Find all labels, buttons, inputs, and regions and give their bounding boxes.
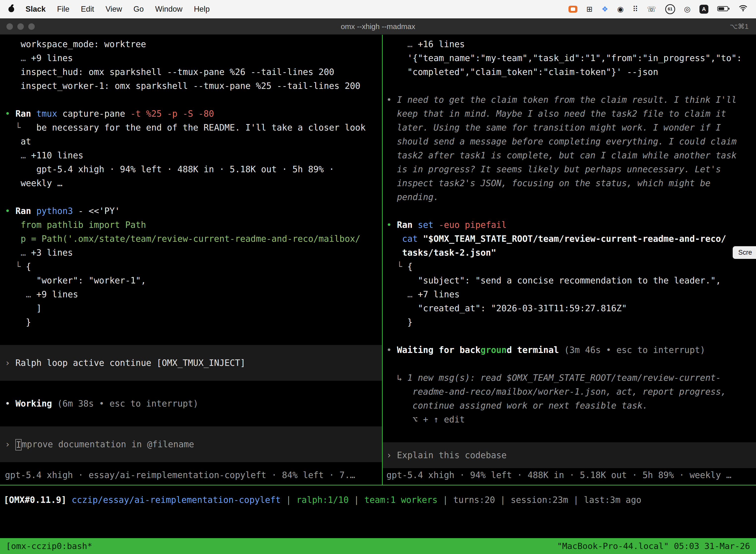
menu-go[interactable]: Go xyxy=(133,5,144,14)
tmux-pane-divider-vertical[interactable] xyxy=(382,35,383,485)
terminal-row xyxy=(5,93,382,107)
right-terminal-pane[interactable]: … +16 lines '{"team_name":"my-team","tas… xyxy=(383,35,756,484)
terminal-window: workspace_mode: worktree … +9 lines insp… xyxy=(0,35,756,554)
terminal-row: inspect task2's JSON, focusing on the st… xyxy=(386,176,756,190)
terminal-row: "created_at": "2026-03-31T11:59:27.816Z" xyxy=(386,301,756,315)
terminal-row xyxy=(5,190,382,204)
battery-icon[interactable] xyxy=(717,5,730,14)
omx-session-hud: [OMX#0.11.9] cczip/essay/ai-reimplementa… xyxy=(4,493,641,507)
terminal-row: is in progress? It seems likely but perh… xyxy=(386,162,756,176)
terminal-row: … +7 lines xyxy=(386,287,756,301)
terminal-row: … +110 lines xyxy=(5,149,382,162)
terminal-row: cat "$OMX_TEAM_STATE_ROOT/team/review-cu… xyxy=(386,232,756,246)
terminal-row: • Working (6m 38s • esc to interrupt) xyxy=(5,397,382,410)
terminal-row: } xyxy=(5,315,382,329)
left-pane-status: gpt-5.4 xhigh · essay/ai-reimplementatio… xyxy=(5,468,355,482)
menu-edit[interactable]: Edit xyxy=(81,5,94,14)
terminal-row: ] xyxy=(5,301,382,315)
terminal-row: "worker": "worker-1", xyxy=(5,274,382,287)
prompt-band[interactable]: › Improve documentation in @filename xyxy=(0,427,382,462)
terminal-row: • Ran python3 - <<'PY' xyxy=(5,204,382,218)
terminal-row: ↳ 1 new msg(s): read $OMX_TEAM_STATE_ROO… xyxy=(386,371,756,385)
tmux-host-clock: "MacBook-Pro-44.local" 05:03 31-Mar-26 xyxy=(557,541,750,551)
right-pane-status: gpt-5.4 xhigh · 94% left · 488K in · 5.1… xyxy=(386,468,732,482)
terminal-row: └ { xyxy=(386,260,756,274)
terminal-row xyxy=(386,79,756,93)
dark-app-icon[interactable]: ◉ xyxy=(617,5,624,13)
terminal-row: workspace_mode: worktree xyxy=(5,37,382,51)
terminal-row: inspect_worker-1: omx sparkshell --tmux-… xyxy=(5,79,382,93)
prompt-band[interactable]: › Explain this codebase xyxy=(383,442,756,468)
terminal-row: • Ran tmux capture-pane -t %25 -p -S -80 xyxy=(5,107,382,121)
terminal-row: should send a message before completing … xyxy=(386,134,756,149)
terminal-row: • Waiting for background terminal (3m 46… xyxy=(386,343,756,357)
menu-view[interactable]: View xyxy=(106,5,122,14)
phone-icon[interactable]: ☏ xyxy=(647,5,656,13)
menu-window[interactable]: Window xyxy=(155,5,182,14)
tmux-pane-divider-horizontal[interactable] xyxy=(0,485,756,486)
window-shortcut-hint: ⌥⌘1 xyxy=(730,18,749,35)
terminal-row: } xyxy=(386,315,756,329)
terminal-row xyxy=(386,329,756,343)
terminal-row: continue assigned work or next feasible … xyxy=(386,399,756,412)
clipped-tooltip: Scre xyxy=(733,246,756,259)
wifi-icon[interactable] xyxy=(739,5,748,14)
window-title-bar: omx --xhigh --madmax ⌥⌘1 xyxy=(0,18,756,35)
terminal-row: • Ran set -euo pipefail xyxy=(386,218,756,232)
terminal-row: readme-and-reco/mailbox/worker-1.json, a… xyxy=(386,385,756,399)
terminal-row: … +9 lines xyxy=(5,287,382,301)
terminal-row: keep that in mind. Maybe I also need the… xyxy=(386,107,756,121)
prompt-band[interactable]: › Ralph loop active continue [OMX_TMUX_I… xyxy=(0,345,382,381)
battery-percentage-badge[interactable]: 61 xyxy=(665,4,675,14)
terminal-row xyxy=(386,427,756,440)
blue-app-icon[interactable]: ❖ xyxy=(602,5,608,13)
terminal-row: … +16 lines xyxy=(386,37,756,51)
terminal-row: task2 after task1 is complete, but can I… xyxy=(386,149,756,162)
terminal-row: from pathlib import Path xyxy=(5,218,382,232)
screen-recording-indicator[interactable] xyxy=(568,6,577,13)
menu-app-name[interactable]: Slack xyxy=(25,5,46,14)
text-cursor: I xyxy=(15,439,21,450)
traffic-lights xyxy=(6,23,35,30)
close-button[interactable] xyxy=(6,23,13,30)
apple-logo[interactable] xyxy=(8,6,14,12)
camera-icon[interactable]: ◎ xyxy=(684,5,691,13)
terminal-row: p = Path('.omx/state/team/review-current… xyxy=(5,232,382,246)
macos-menu-bar: Slack File Edit View Go Window Help ⊞ ❖ … xyxy=(0,0,756,18)
terminal-row: later. Using the same for transition mig… xyxy=(386,121,756,134)
terminal-row: '{"team_name":"my-team","task_id":"1","f… xyxy=(386,51,756,65)
input-source-icon[interactable]: A xyxy=(699,5,708,14)
terminal-row: "subject": "send a concise recommendatio… xyxy=(386,274,756,287)
window-title: omx --xhigh --madmax xyxy=(0,18,756,35)
tmux-status-bar: [omx-cczip0:bash* "MacBook-Pro-44.local"… xyxy=(0,538,756,554)
menu-file[interactable]: File xyxy=(57,5,69,14)
menu-help[interactable]: Help xyxy=(194,5,210,14)
terminal-row: ⌥ + ↑ edit xyxy=(386,412,756,427)
terminal-row xyxy=(386,204,756,218)
terminal-row: gpt-5.4 xhigh · 94% left · 488K in · 5.1… xyxy=(5,162,382,176)
terminal-row: pending. xyxy=(386,190,756,204)
terminal-row: └ { xyxy=(5,260,382,274)
terminal-row xyxy=(5,329,382,343)
terminal-row: [OMX#0.11.9] cczip/essay/ai-reimplementa… xyxy=(4,493,641,507)
terminal-row xyxy=(386,357,756,371)
terminal-row: tasks/task-2.json" xyxy=(386,246,756,260)
tmux-session-label: [omx-cczip0:bash* xyxy=(6,541,92,551)
terminal-row: … +3 lines xyxy=(5,246,382,260)
zoom-button[interactable] xyxy=(28,23,35,30)
terminal-row: … +9 lines xyxy=(5,51,382,65)
terminal-row: "completed","claim_token":"claim-token"}… xyxy=(386,65,756,79)
terminal-row: inspect_hud: omx sparkshell --tmux-pane … xyxy=(5,65,382,79)
terminal-row xyxy=(5,383,382,397)
terminal-row: weekly … xyxy=(5,176,382,190)
right-pane-rows: … +16 lines '{"team_name":"my-team","tas… xyxy=(386,37,756,468)
terminal-row xyxy=(5,410,382,425)
terminal-row: • I need to get the claim token from the… xyxy=(386,93,756,107)
left-terminal-pane[interactable]: workspace_mode: worktree … +9 lines insp… xyxy=(0,35,382,484)
apps-grid-icon[interactable]: ⠿ xyxy=(632,5,638,13)
left-pane-rows: workspace_mode: worktree … +9 lines insp… xyxy=(5,37,382,462)
menubar-status-icons: ⊞ ❖ ◉ ⠿ ☏ 61 ◎ A xyxy=(568,4,748,14)
terminal-row: └ be necessary for the end of the README… xyxy=(5,121,382,134)
window-grid-icon[interactable]: ⊞ xyxy=(586,5,592,13)
minimize-button[interactable] xyxy=(17,23,24,30)
